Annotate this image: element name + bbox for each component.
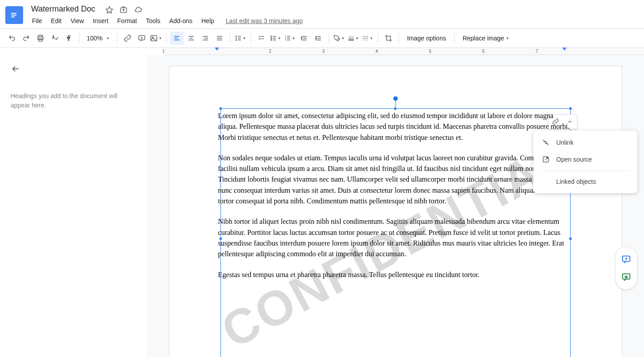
outline-hint: Headings you add to the document will ap… [11,91,136,110]
menu-separator [540,171,630,171]
insert-link-button[interactable] [121,32,134,45]
title-area: Watermarked Doc File Edit View Insert Fo… [28,4,639,26]
ruler[interactable]: 1 2 3 4 5 6 7 [164,48,644,55]
move-icon[interactable] [120,6,128,14]
menu-label: Open source [556,156,592,163]
insert-comment-button[interactable] [135,32,148,45]
page[interactable]: CONFIDENTIAL Lorem ipsum dolor sit amet,… [169,66,622,357]
crop-button[interactable] [382,32,395,45]
print-button[interactable] [34,32,47,45]
paragraph[interactable]: Egestas sed tempus urna et pharetra phar… [218,270,573,280]
document-body[interactable]: Lorem ipsum dolor sit amet, consectetur … [218,111,573,280]
right-indent-marker[interactable] [562,48,567,51]
menu-edit[interactable]: Edit [48,16,65,26]
checklist-button[interactable] [255,32,268,45]
menu-bar: File Edit View Insert Format Tools Add-o… [28,16,639,26]
insert-image-button[interactable]: ▼ [149,32,163,45]
svg-point-10 [271,36,272,37]
svg-point-11 [271,38,272,39]
menu-label: Linked objects [556,178,596,185]
menu-unlink[interactable]: Unlink [533,134,637,151]
ruler-tick: 6 [482,49,485,54]
open-external-icon [541,155,550,163]
resize-handle-n[interactable] [394,107,397,110]
paint-format-button[interactable] [62,32,76,45]
svg-rect-1 [11,15,16,16]
undo-button[interactable] [5,32,19,45]
rotate-handle[interactable] [393,96,398,101]
last-edit-link[interactable]: Last edit was 3 minutes ago [226,17,303,24]
doc-title[interactable]: Watermarked Doc [28,4,98,15]
svg-rect-0 [11,13,16,14]
svg-text:3: 3 [285,39,286,41]
menu-addons[interactable]: Add-ons [166,16,196,26]
docs-logo[interactable] [5,6,23,24]
line-spacing-button[interactable]: ▼ [234,32,247,45]
toolbar: 100%▼ ▼ ▼ ▼ 123▼ ▼ ▼ ▼ Image options Rep… [0,28,644,48]
menu-tools[interactable]: Tools [142,16,164,26]
main: Headings you add to the document will ap… [0,55,644,357]
left-indent-marker[interactable] [215,48,219,51]
ruler-tick: 3 [322,49,325,54]
cloud-icon[interactable] [134,6,143,14]
side-action-buttons [616,247,637,290]
header: Watermarked Doc File Edit View Insert Fo… [0,0,644,28]
add-comment-button[interactable] [617,250,635,268]
numbered-list-button[interactable]: 123▼ [283,32,296,45]
align-justify-button[interactable] [213,32,226,45]
paragraph[interactable]: Lorem ipsum dolor sit amet, consectetur … [218,111,573,143]
replace-image-button[interactable]: Replace image▼ [458,35,514,42]
menu-insert[interactable]: Insert [89,16,112,26]
bullet-list-button[interactable]: ▼ [269,32,282,45]
svg-point-12 [271,40,272,40]
menu-open-source[interactable]: Open source [533,151,637,168]
paragraph[interactable]: Nibh tortor id aliquet lectus proin nibh… [218,216,573,259]
menu-linked-objects[interactable]: Linked objects [533,174,637,190]
border-weight-button[interactable]: ▼ [347,32,360,45]
menu-help[interactable]: Help [198,16,218,26]
ruler-tick: 4 [376,49,378,54]
resize-handle-nw[interactable] [219,107,222,110]
canvas[interactable]: CONFIDENTIAL Lorem ipsum dolor sit amet,… [147,55,644,357]
outline-panel: Headings you add to the document will ap… [0,55,147,357]
ruler-tick: 2 [269,49,272,54]
border-dash-button[interactable]: ▼ [361,32,374,45]
align-center-button[interactable] [184,32,198,45]
redo-button[interactable] [20,32,33,45]
menu-format[interactable]: Format [114,16,140,26]
svg-rect-2 [11,16,15,17]
zoom-select[interactable]: 100%▼ [83,35,113,42]
decrease-indent-button[interactable] [297,32,311,45]
ruler-tick: 7 [536,49,538,54]
border-color-button[interactable]: ▼ [332,32,346,45]
spellcheck-button[interactable] [48,32,61,45]
align-right-button[interactable] [199,32,212,45]
resize-handle-ne[interactable] [569,107,572,110]
menu-label: Unlink [556,139,574,146]
star-icon[interactable] [105,6,113,14]
image-options-button[interactable]: Image options [403,35,451,42]
link-context-menu: Unlink Open source Linked objects [533,131,637,193]
align-left-button[interactable] [170,32,184,45]
suggest-edits-button[interactable] [617,268,635,286]
outline-collapse-button[interactable] [11,64,136,74]
increase-indent-button[interactable] [312,32,325,45]
ruler-tick: 1 [162,49,165,54]
menu-file[interactable]: File [28,16,46,26]
ruler-tick: 5 [429,49,432,54]
menu-view[interactable]: View [67,16,88,26]
paragraph[interactable]: Non sodales neque sodales ut etiam. Temp… [218,153,573,206]
unlink-icon [541,139,550,147]
